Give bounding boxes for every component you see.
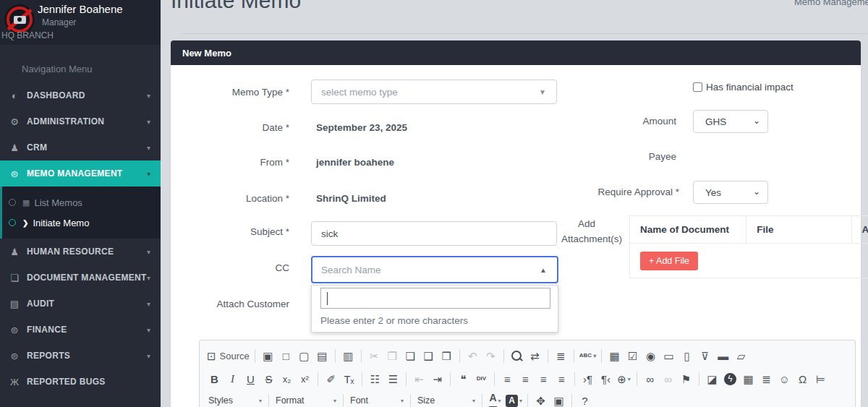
copy-button[interactable]: ❐: [383, 347, 401, 365]
font-dropdown[interactable]: Font▾: [347, 392, 407, 407]
print-button[interactable]: ▤: [313, 347, 331, 365]
paste-plain-text-button[interactable]: ❑: [420, 347, 438, 365]
strikethrough-button[interactable]: S: [260, 370, 278, 388]
form-button[interactable]: ▦: [605, 347, 624, 365]
subscript-button[interactable]: x₂: [278, 370, 296, 388]
select-field-button[interactable]: ⊽: [696, 347, 714, 365]
table-button[interactable]: ▦: [739, 370, 757, 388]
memo-management-submenu: ▦List Memos❯Initiate Memo: [0, 187, 161, 239]
sidebar-item-reported-bugs[interactable]: ЖREPORTED BUGS: [0, 369, 161, 395]
sidebar-item-audit[interactable]: ▤AUDIT▾: [0, 291, 161, 317]
copy-formatting-button[interactable]: ✐: [322, 370, 340, 388]
financial-impact-label: Has financial impact: [706, 82, 793, 93]
paste-button[interactable]: ❏: [401, 347, 420, 365]
paste-from-word-button[interactable]: ❒: [438, 347, 456, 365]
italic-button[interactable]: I: [224, 370, 242, 388]
toolbar-separator: [335, 349, 336, 363]
breadcrumb[interactable]: Memo Management: [794, 0, 868, 7]
memo-type-select[interactable]: select memo type ▼: [311, 80, 557, 104]
anchor-button[interactable]: ⚑: [677, 370, 695, 388]
text-field-button[interactable]: ▭: [660, 347, 678, 365]
background-color-button[interactable]: A▾: [504, 392, 524, 407]
toolbar-separator: [548, 349, 548, 363]
page-break-button[interactable]: ⊨: [812, 370, 830, 388]
require-approval-select[interactable]: Yes ⌄: [693, 181, 768, 204]
sidebar-item-crm[interactable]: ♟CRM▾: [0, 134, 161, 160]
bold-button[interactable]: B: [205, 370, 224, 388]
amount-currency-select[interactable]: GHS ⌄: [693, 110, 768, 133]
unlink-button[interactable]: ∞: [659, 370, 677, 388]
link-button[interactable]: ∞: [641, 370, 659, 388]
card-title: New Memo: [182, 48, 231, 59]
size-dropdown[interactable]: Size▾: [414, 392, 478, 407]
radio-field-button[interactable]: ◉: [642, 347, 660, 365]
date-value: September 23, 2025: [316, 122, 407, 133]
text-direction-ltr-button[interactable]: ›¶: [579, 370, 597, 388]
bulleted-list-button[interactable]: ☰: [384, 370, 402, 388]
numbered-list-button[interactable]: ☷: [366, 370, 384, 388]
language-button[interactable]: ⊕▾: [615, 370, 633, 388]
textarea-button[interactable]: ▯: [678, 347, 696, 365]
align-center-button[interactable]: ≡: [516, 370, 535, 388]
redo-button[interactable]: ↷: [482, 347, 500, 365]
cc-select[interactable]: Search Name ▲: [311, 256, 558, 283]
toolbar-separator: [571, 394, 572, 407]
smiley-button[interactable]: ☺: [775, 370, 793, 388]
toolbar-separator: [574, 349, 574, 363]
cut-button[interactable]: ✂: [365, 347, 383, 365]
superscript-button[interactable]: x²: [296, 370, 314, 388]
checkbox-field-button[interactable]: ☑: [624, 347, 642, 365]
spell-check-button[interactable]: ABC▾: [578, 347, 597, 365]
special-character-button[interactable]: Ω: [793, 370, 812, 388]
sidebar-item-administration[interactable]: ⚙ADMINISTRATION▾: [0, 108, 161, 134]
image-button[interactable]: ◪: [703, 370, 721, 388]
form-button-button[interactable]: ▬: [714, 347, 732, 365]
sidebar-item-dashboard[interactable]: ◐DASHBOARD▾: [0, 82, 161, 108]
maximize-button[interactable]: ✥: [532, 392, 550, 407]
find-button[interactable]: [508, 347, 526, 365]
preview-button[interactable]: ▢: [295, 347, 313, 365]
text-direction-rtl-button[interactable]: ¶‹: [597, 370, 615, 388]
chevron-down-icon: ▾: [147, 170, 150, 178]
remove-format-button[interactable]: Tₓ: [340, 370, 358, 388]
text-color-button[interactable]: A▾: [486, 392, 504, 407]
format-dropdown[interactable]: Format▾: [273, 392, 339, 407]
templates-button[interactable]: ▥: [339, 347, 357, 365]
flash-button[interactable]: ϟ: [721, 370, 739, 388]
new-memo-card: New Memo Memo Type * select memo type ▼ …: [171, 40, 861, 407]
undo-button[interactable]: ↶: [464, 347, 482, 365]
underline-button[interactable]: U: [242, 370, 260, 388]
cc-search-input[interactable]: [320, 288, 550, 309]
show-blocks-button[interactable]: ▣: [550, 392, 568, 407]
increase-indent-button[interactable]: ⇥: [428, 370, 446, 388]
sidebar-subitem-list-memos[interactable]: ▦List Memos: [2, 192, 161, 213]
sidebar-item-document-management[interactable]: ❏DOCUMENT MANAGEMENT▾: [0, 265, 161, 291]
financial-impact-checkbox[interactable]: [693, 82, 702, 92]
chevron-down-icon: ▾: [628, 376, 631, 382]
sidebar-item-finance[interactable]: ⊜FINANCE▾: [0, 317, 161, 343]
toolbar-separator: [410, 394, 411, 407]
sidebar-item-human-resource[interactable]: ♟HUMAN RESOURCE▾: [0, 239, 161, 265]
people-icon: ♟: [9, 247, 20, 257]
align-right-button[interactable]: ≡: [535, 370, 553, 388]
toolbar-separator: [574, 372, 575, 386]
save-button[interactable]: ▣: [259, 347, 277, 365]
source-button[interactable]: ⊡Source: [205, 347, 251, 365]
styles-dropdown[interactable]: Styles▾: [205, 392, 265, 407]
hidden-field-button[interactable]: ▱: [732, 347, 750, 365]
justify-button[interactable]: ≡: [553, 370, 571, 388]
add-file-button[interactable]: + Add File: [640, 252, 698, 270]
about-button[interactable]: ?: [576, 392, 594, 407]
sidebar-item-memo-management[interactable]: ⊜MEMO MANAGEMENT▾: [0, 160, 161, 187]
horizontal-rule-button[interactable]: ≣: [757, 370, 775, 388]
align-left-button[interactable]: ≡: [498, 370, 516, 388]
subject-input[interactable]: sick: [311, 221, 557, 246]
div-container-button[interactable]: DIV: [472, 370, 490, 388]
select-all-button[interactable]: ≣: [552, 347, 570, 365]
replace-button[interactable]: ⇄: [526, 347, 544, 365]
sidebar-subitem-initiate-memo[interactable]: ❯Initiate Memo: [2, 213, 161, 233]
blockquote-button[interactable]: ❝: [454, 370, 472, 388]
decrease-indent-button[interactable]: ⇤: [410, 370, 428, 388]
new-page-button[interactable]: □: [277, 347, 295, 365]
sidebar-item-reports[interactable]: ⊜REPORTS▾: [0, 343, 161, 369]
